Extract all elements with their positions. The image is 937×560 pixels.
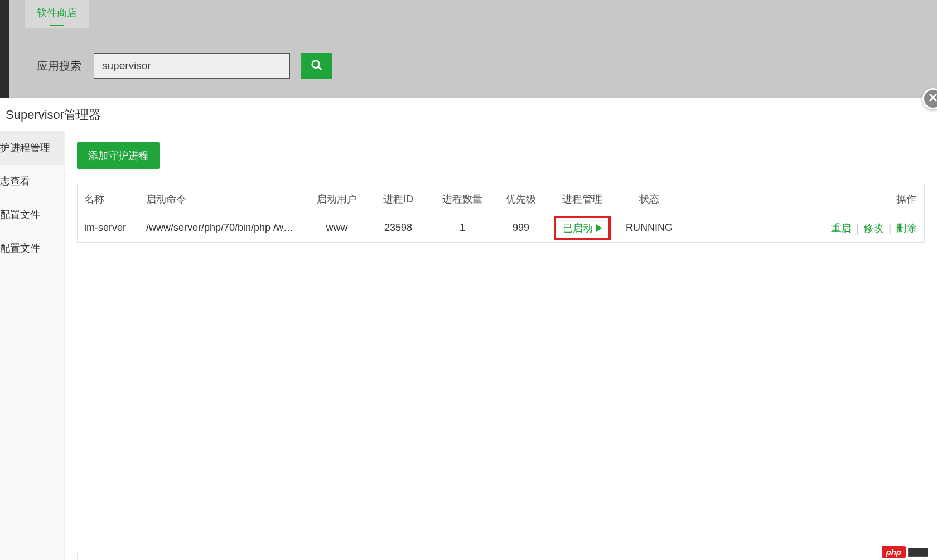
th-ops: 操作 <box>683 192 924 206</box>
th-count: 进程数量 <box>432 192 493 206</box>
svg-point-0 <box>312 60 319 67</box>
nav-item-log-view[interactable]: 志查看 <box>0 165 64 198</box>
cell-user: www <box>309 222 365 234</box>
th-name: 名称 <box>78 192 142 206</box>
op-delete[interactable]: 删除 <box>896 223 916 234</box>
cell-cmd: /www/server/php/70/bin/php /w… <box>142 222 309 234</box>
cell-priority: 999 <box>493 222 549 234</box>
watermark-box <box>908 548 928 557</box>
dialog-title: Supervisor管理器 <box>0 98 937 131</box>
dialog-nav: 护进程管理 志查看 配置文件 配置文件 <box>0 131 65 560</box>
op-restart[interactable]: 重启 <box>831 223 851 234</box>
watermark: php <box>882 546 929 558</box>
nav-item-process-manage[interactable]: 护进程管理 <box>0 131 64 165</box>
watermark-label: php <box>882 546 906 558</box>
bottom-panel <box>77 551 925 559</box>
search-input[interactable] <box>94 53 290 79</box>
global-sidebar <box>0 0 9 98</box>
op-sep: | <box>888 223 891 234</box>
nav-item-config-1[interactable]: 配置文件 <box>0 198 64 231</box>
background-page: 软件商店 应用搜索 <box>0 0 937 98</box>
th-status: 状态 <box>616 192 683 206</box>
th-priority: 优先级 <box>493 192 549 206</box>
th-mgmt: 进程管理 <box>549 192 616 206</box>
started-button[interactable]: 已启动 <box>554 216 611 240</box>
add-process-button[interactable]: 添加守护进程 <box>77 142 160 169</box>
play-icon <box>596 224 602 232</box>
supervisor-dialog: Supervisor管理器 护进程管理 志查看 配置文件 配置文件 添加守护进程… <box>0 98 937 560</box>
cell-name: im-server <box>78 222 142 234</box>
cell-count: 1 <box>432 222 493 234</box>
search-icon <box>311 59 323 73</box>
cell-pid: 23598 <box>365 222 432 234</box>
process-table: 名称 启动命令 启动用户 进程ID 进程数量 优先级 进程管理 状态 操作 im… <box>77 184 925 243</box>
op-edit[interactable]: 修改 <box>863 223 883 234</box>
th-pid: 进程ID <box>365 192 432 206</box>
nav-item-config-2[interactable]: 配置文件 <box>0 231 64 265</box>
th-cmd: 启动命令 <box>142 192 309 206</box>
search-button[interactable] <box>301 53 332 79</box>
cell-status: RUNNING <box>616 222 683 234</box>
table-header: 名称 启动命令 启动用户 进程ID 进程数量 优先级 进程管理 状态 操作 <box>78 184 924 214</box>
search-label: 应用搜索 <box>37 59 81 74</box>
close-icon <box>928 93 937 105</box>
op-sep: | <box>856 223 859 234</box>
started-label: 已启动 <box>563 221 593 235</box>
th-user: 启动用户 <box>309 192 365 206</box>
tab-app-store[interactable]: 软件商店 <box>25 0 89 28</box>
cell-mgmt: 已启动 <box>549 216 616 240</box>
table-row: im-server /www/server/php/70/bin/php /w…… <box>78 214 924 242</box>
cell-ops: 重启 | 修改 | 删除 <box>683 221 924 235</box>
svg-line-1 <box>318 67 321 70</box>
